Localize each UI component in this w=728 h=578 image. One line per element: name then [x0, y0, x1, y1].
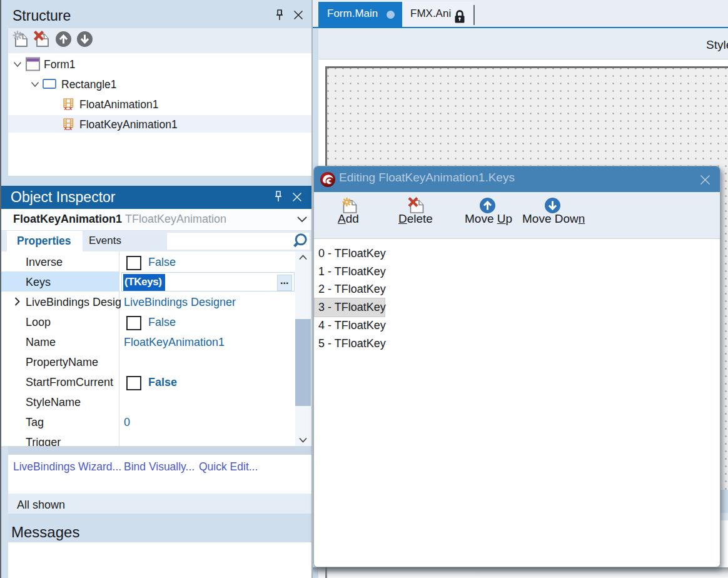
svg-text:x..x: x..x [64, 125, 73, 131]
svg-text:x..x: x..x [64, 105, 73, 111]
